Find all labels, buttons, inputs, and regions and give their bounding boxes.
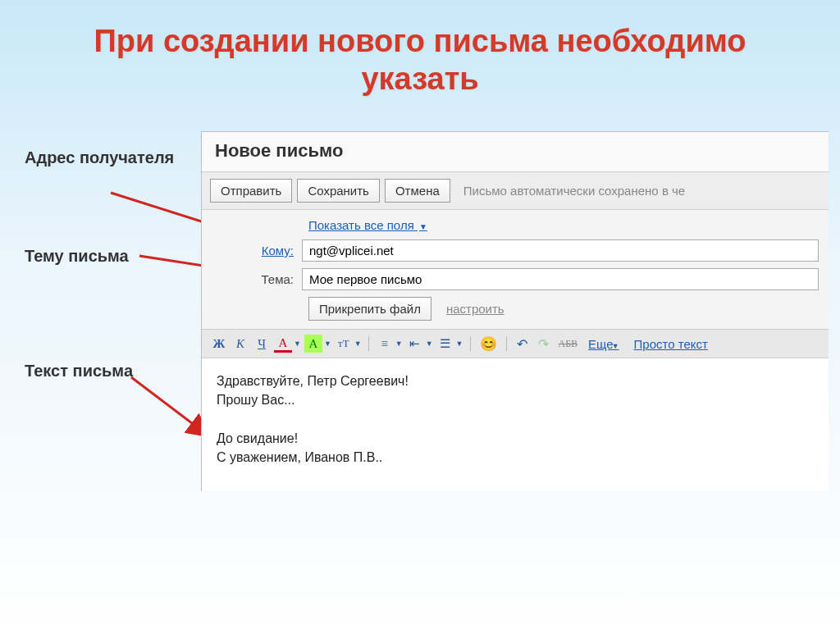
separator-3 bbox=[506, 336, 507, 351]
annotation-subject: Тему письма bbox=[25, 246, 129, 267]
compose-toolbar: Отправить Сохранить Отмена Письмо автома… bbox=[202, 171, 829, 210]
annotation-body: Текст письма bbox=[25, 361, 133, 381]
font-size-button[interactable]: тТ bbox=[335, 335, 353, 353]
annotation-recipient: Адрес получателя bbox=[25, 148, 174, 168]
fontsize-dropdown-icon[interactable]: ▼ bbox=[354, 340, 362, 348]
svg-line-2 bbox=[131, 377, 209, 436]
indent-button[interactable]: ⇤ bbox=[406, 335, 424, 353]
undo-button[interactable]: ↶ bbox=[514, 335, 532, 353]
compose-title: Новое письмо bbox=[202, 132, 829, 171]
highlight-dropdown-icon[interactable]: ▼ bbox=[324, 340, 331, 348]
subject-label: Тема: bbox=[212, 272, 302, 286]
attach-file-button[interactable]: Прикрепить файл bbox=[308, 297, 431, 321]
more-link[interactable]: Еще▼ bbox=[588, 337, 619, 351]
message-body-editor[interactable]: Здравствуйте, Петр Сергеевич! Прошу Вас.… bbox=[202, 358, 829, 491]
fields-area: Показать все поля ▼ Кому: Тема: Прикрепи… bbox=[202, 210, 829, 329]
underline-button[interactable]: Ч bbox=[253, 335, 271, 353]
send-button[interactable]: Отправить bbox=[210, 179, 292, 203]
emoji-button[interactable]: 😊 bbox=[477, 335, 500, 353]
list-dropdown-icon[interactable]: ▼ bbox=[456, 340, 463, 348]
text-color-button[interactable]: А bbox=[274, 335, 292, 353]
align-dropdown-icon[interactable]: ▼ bbox=[395, 340, 403, 348]
clear-format-button[interactable]: АБВ bbox=[556, 335, 581, 353]
to-label[interactable]: Кому: bbox=[212, 244, 302, 258]
separator bbox=[368, 336, 369, 351]
save-button[interactable]: Сохранить bbox=[297, 179, 380, 203]
to-input[interactable] bbox=[302, 239, 819, 262]
show-all-fields-link[interactable]: Показать все поля ▼ bbox=[308, 218, 427, 232]
italic-button[interactable]: К bbox=[231, 335, 249, 353]
slide-title: При создании нового письма необходимо ук… bbox=[0, 0, 840, 106]
indent-dropdown-icon[interactable]: ▼ bbox=[426, 340, 433, 348]
more-dropdown-icon: ▼ bbox=[612, 342, 619, 350]
more-label: Еще bbox=[588, 337, 614, 351]
show-all-fields-label: Показать все поля bbox=[308, 218, 414, 232]
compose-panel: Новое письмо Отправить Сохранить Отмена … bbox=[201, 131, 829, 491]
bold-button[interactable]: Ж bbox=[210, 335, 228, 353]
redo-button[interactable]: ↷ bbox=[535, 335, 553, 353]
cancel-button[interactable]: Отмена bbox=[385, 179, 450, 203]
autosave-status: Письмо автоматически сохранено в че bbox=[463, 184, 685, 198]
chevron-down-icon: ▼ bbox=[419, 222, 427, 231]
subject-input[interactable] bbox=[302, 268, 819, 290]
text-color-dropdown-icon[interactable]: ▼ bbox=[294, 340, 301, 348]
configure-link[interactable]: настроить bbox=[446, 302, 504, 316]
list-button[interactable]: ☰ bbox=[436, 335, 454, 353]
format-toolbar: Ж К Ч А▼ А▼ тТ▼ ≡▼ ⇤▼ ☰▼ 😊 ↶ ↷ АБВ Еще▼ … bbox=[202, 329, 829, 358]
plain-text-link[interactable]: Просто текст bbox=[634, 337, 708, 351]
separator-2 bbox=[470, 336, 471, 351]
align-button[interactable]: ≡ bbox=[376, 335, 394, 353]
highlight-button[interactable]: А bbox=[304, 335, 322, 353]
